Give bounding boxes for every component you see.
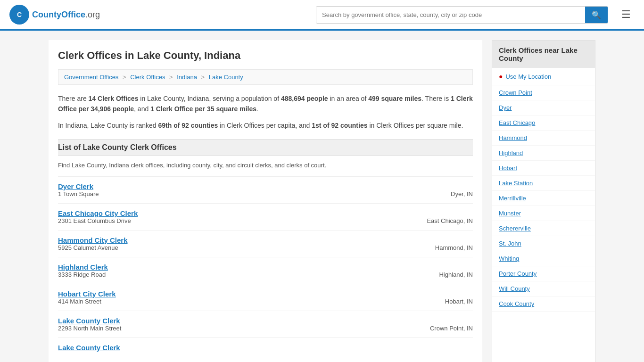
breadcrumb-gov-offices[interactable]: Government Offices bbox=[64, 74, 118, 81]
office-link-highland-clerk[interactable]: Highland Clerk bbox=[58, 263, 108, 271]
sidebar-item-lake-station[interactable]: Lake Station bbox=[492, 176, 595, 191]
table-row: Lake County Clerk bbox=[58, 337, 473, 357]
breadcrumb-clerk-offices[interactable]: Clerk Offices bbox=[130, 74, 165, 81]
search-input[interactable] bbox=[316, 7, 585, 23]
table-row: Dyer Clerk 1 Town Square Dyer, IN bbox=[58, 176, 473, 203]
table-row: Hobart City Clerk 414 Main Street Hobart… bbox=[58, 284, 473, 311]
search-bar: 🔍 bbox=[316, 6, 608, 24]
location-pin-icon: ● bbox=[499, 73, 503, 80]
sidebar-item-highland[interactable]: Highland bbox=[492, 146, 595, 161]
sidebar-item-schererville[interactable]: Schererville bbox=[492, 221, 595, 236]
office-city-state: Dyer, IN bbox=[451, 190, 473, 197]
table-row: Hammond City Clerk 5925 Calumet Avenue H… bbox=[58, 230, 473, 257]
menu-button[interactable]: ☰ bbox=[618, 7, 635, 23]
office-city-state: Hobart, IN bbox=[445, 298, 473, 305]
logo-link[interactable]: C CountyOffice.org bbox=[9, 5, 100, 25]
office-link-hobart-city-clerk[interactable]: Hobart City Clerk bbox=[58, 290, 116, 298]
sidebar-item-crown-point[interactable]: Crown Point bbox=[492, 85, 595, 100]
table-row: Highland Clerk 3333 Ridge Road Highland,… bbox=[58, 257, 473, 284]
description-para-2: In Indiana, Lake County is ranked 69th o… bbox=[58, 120, 473, 131]
site-header: C CountyOffice.org 🔍 ☰ bbox=[0, 0, 644, 31]
office-address: 2301 East Columbus Drive bbox=[58, 217, 131, 224]
sidebar: Clerk Offices near Lake County ● Use My … bbox=[492, 40, 595, 362]
table-row: East Chicago City Clerk 2301 East Columb… bbox=[58, 203, 473, 230]
page-container: Clerk Offices in Lake County, Indiana Go… bbox=[39, 31, 605, 362]
sidebar-item-merrillville[interactable]: Merrillville bbox=[492, 191, 595, 206]
sidebar-item-dyer[interactable]: Dyer bbox=[492, 100, 595, 115]
list-section-heading: List of Lake County Clerk Offices bbox=[58, 139, 473, 156]
sidebar-item-st-john[interactable]: St. John bbox=[492, 236, 595, 251]
sidebar-item-munster[interactable]: Munster bbox=[492, 206, 595, 221]
description-para-1: There are 14 Clerk Offices in Lake Count… bbox=[58, 93, 473, 115]
sidebar-item-hammond[interactable]: Hammond bbox=[492, 131, 595, 146]
office-city-state: Hammond, IN bbox=[435, 244, 473, 251]
office-address: 3333 Ridge Road bbox=[58, 271, 106, 278]
office-city-state: East Chicago, IN bbox=[427, 217, 473, 224]
office-link-east-chicago-city-clerk[interactable]: East Chicago City Clerk bbox=[58, 209, 138, 217]
office-list: Dyer Clerk 1 Town Square Dyer, IN East C… bbox=[58, 176, 473, 357]
list-section-desc: Find Lake County, Indiana clerk offices,… bbox=[58, 162, 473, 169]
logo-text: CountyOffice.org bbox=[32, 10, 100, 20]
office-city-state: Highland, IN bbox=[439, 271, 473, 278]
sidebar-item-east-chicago[interactable]: East Chicago bbox=[492, 115, 595, 131]
sidebar-heading: Clerk Offices near Lake County bbox=[492, 41, 595, 68]
use-location-button[interactable]: ● Use My Location bbox=[492, 68, 595, 85]
svg-text:C: C bbox=[17, 11, 22, 18]
page-title: Clerk Offices in Lake County, Indiana bbox=[58, 49, 473, 62]
sidebar-item-will-county[interactable]: Will County bbox=[492, 281, 595, 296]
search-button[interactable]: 🔍 bbox=[585, 7, 608, 23]
breadcrumb-lake-county[interactable]: Lake County bbox=[209, 74, 243, 81]
sidebar-item-porter-county[interactable]: Porter County bbox=[492, 266, 595, 281]
office-address: 2293 North Main Street bbox=[58, 325, 121, 332]
office-link-hammond-city-clerk[interactable]: Hammond City Clerk bbox=[58, 236, 128, 244]
table-row: Lake County Clerk 2293 North Main Street… bbox=[58, 311, 473, 337]
main-content: Clerk Offices in Lake County, Indiana Go… bbox=[49, 40, 482, 362]
search-icon: 🔍 bbox=[592, 11, 601, 19]
office-address: 1 Town Square bbox=[58, 190, 99, 197]
office-link-lake-county-clerk[interactable]: Lake County Clerk bbox=[58, 317, 120, 325]
breadcrumb-indiana[interactable]: Indiana bbox=[177, 74, 197, 81]
hamburger-icon: ☰ bbox=[621, 8, 631, 20]
sidebar-item-hobart[interactable]: Hobart bbox=[492, 161, 595, 176]
office-link-lake-county-clerk-2[interactable]: Lake County Clerk bbox=[58, 344, 120, 352]
breadcrumb-sep-3: > bbox=[201, 74, 205, 81]
office-city-state: Crown Point, IN bbox=[430, 325, 473, 332]
use-location-label: Use My Location bbox=[505, 73, 551, 80]
breadcrumb-sep-2: > bbox=[169, 74, 173, 81]
office-address: 5925 Calumet Avenue bbox=[58, 244, 118, 251]
office-link-dyer-clerk[interactable]: Dyer Clerk bbox=[58, 182, 93, 190]
logo-icon: C bbox=[9, 5, 29, 25]
breadcrumb-sep-1: > bbox=[123, 74, 126, 81]
sidebar-item-cook-county[interactable]: Cook County bbox=[492, 296, 595, 312]
office-address: 414 Main Street bbox=[58, 298, 101, 305]
breadcrumb: Government Offices > Clerk Offices > Ind… bbox=[58, 69, 473, 85]
sidebar-item-whiting[interactable]: Whiting bbox=[492, 251, 595, 266]
